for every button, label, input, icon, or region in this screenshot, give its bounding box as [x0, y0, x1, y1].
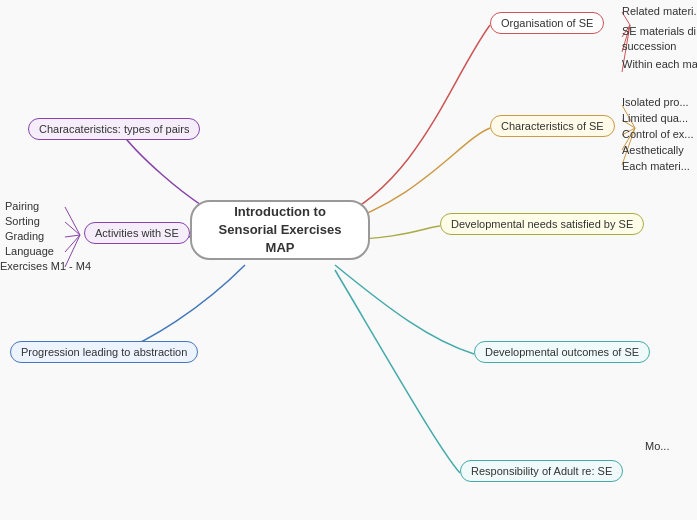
- pairing: Pairing: [5, 200, 39, 212]
- grading: Grading: [5, 230, 44, 242]
- dev-outcomes-node[interactable]: Developmental outcomes of SE: [474, 341, 650, 363]
- center-label: Introduction to Sensorial Exercises MAP: [212, 203, 348, 258]
- char-se-label: Characteristics of SE: [501, 120, 604, 132]
- related-mat: Related materi...: [622, 5, 697, 17]
- center-node: Introduction to Sensorial Exercises MAP: [190, 200, 370, 260]
- svg-line-12: [65, 235, 80, 252]
- dev-needs-label: Developmental needs satisfied by SE: [451, 218, 633, 230]
- svg-line-9: [65, 207, 80, 235]
- isolated-pro: Isolated pro...: [622, 96, 689, 108]
- org-se-label: Organisation of SE: [501, 17, 593, 29]
- resp-adult-label: Responsibility of Adult re: SE: [471, 465, 612, 477]
- mo-label: Mo...: [645, 440, 669, 452]
- limited-quan: Limited qua...: [622, 112, 688, 124]
- sorting: Sorting: [5, 215, 40, 227]
- resp-adult-node[interactable]: Responsibility of Adult re: SE: [460, 460, 623, 482]
- progression-label: Progression leading to abstraction: [21, 346, 187, 358]
- svg-line-10: [65, 222, 80, 235]
- char-pairs-label: Characateristics: types of pairs: [39, 123, 189, 135]
- char-se-node[interactable]: Characteristics of SE: [490, 115, 615, 137]
- succession: succession: [622, 40, 676, 52]
- svg-line-11: [65, 235, 80, 237]
- exercises-m: Exercises M1 - M4: [0, 260, 91, 272]
- activities-se-label: Activities with SE: [95, 227, 179, 239]
- dev-needs-node[interactable]: Developmental needs satisfied by SE: [440, 213, 644, 235]
- within-each: Within each ma...: [622, 58, 697, 70]
- progression-node[interactable]: Progression leading to abstraction: [10, 341, 198, 363]
- se-materials: SE materials di...: [622, 25, 697, 37]
- org-se-node[interactable]: Organisation of SE: [490, 12, 604, 34]
- aesthetically: Aesthetically: [622, 144, 684, 156]
- activities-se-node[interactable]: Activities with SE: [84, 222, 190, 244]
- each-mat: Each materi...: [622, 160, 690, 172]
- char-pairs-node[interactable]: Characateristics: types of pairs: [28, 118, 200, 140]
- control-ex: Control of ex...: [622, 128, 694, 140]
- language: Language: [5, 245, 54, 257]
- dev-outcomes-label: Developmental outcomes of SE: [485, 346, 639, 358]
